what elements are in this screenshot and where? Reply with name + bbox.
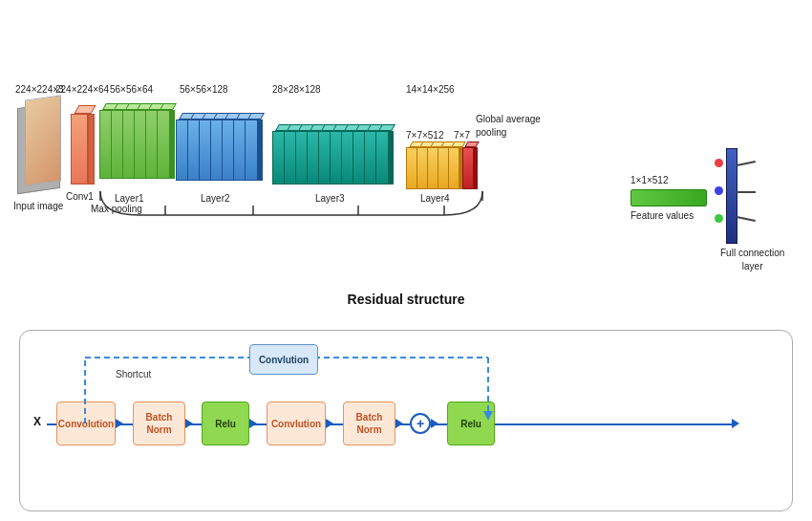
dims-front-label: 224×224×64 xyxy=(55,84,109,95)
layer2-dims2: 28×28×128 xyxy=(272,84,321,95)
feature-label: Feature values xyxy=(630,210,694,221)
brace-svg xyxy=(91,186,492,225)
arrow6-head xyxy=(431,419,438,428)
residual-structure-label: Residual structure xyxy=(348,292,465,307)
main-arrowhead xyxy=(732,419,739,428)
fc-block xyxy=(726,148,737,244)
layer4-dims2: 7×7 xyxy=(454,130,470,141)
feature-dims: 1×1×512 xyxy=(630,175,669,185)
input-image-front xyxy=(25,95,61,185)
batchnorm1-box: Batch Norm xyxy=(133,402,185,445)
relu1-box: Relu xyxy=(202,402,249,445)
layer4-dims: 7×7×512 xyxy=(406,130,444,141)
relu2-label: Relu xyxy=(460,418,481,430)
relu1-label: Relu xyxy=(215,418,236,430)
conv1-label: Conv1 xyxy=(66,191,94,202)
relu2-box: Relu xyxy=(447,402,495,445)
global-avg-label: Global averagepooling xyxy=(476,113,541,140)
x-label: X xyxy=(33,415,41,428)
layer1-dims: 56×56×64 xyxy=(110,84,153,95)
neural-network-diagram: 224×224×3 224×224×64 Conv1 Max pooling 5… xyxy=(0,0,812,325)
arrow1-head xyxy=(116,419,123,428)
convlution-top-box: Convlution xyxy=(249,344,318,375)
convlution2-label: Convlution xyxy=(271,418,321,430)
convlution-top-label: Convlution xyxy=(259,354,309,366)
convolution1-label: Convolution xyxy=(58,418,114,430)
convlution2-box: Convlution xyxy=(267,402,326,445)
shortcut-label: Shortcut xyxy=(116,369,151,380)
plus-circle: + xyxy=(410,413,431,434)
convolution1-box: Convolution xyxy=(56,402,116,445)
batchnorm2-box: Batch Norm xyxy=(343,402,395,445)
layer2-dims: 56×56×128 xyxy=(180,84,228,95)
batchnorm1-label: Batch Norm xyxy=(146,411,173,436)
input-image-label: Input image xyxy=(13,201,63,211)
arrow5-head xyxy=(395,419,403,428)
batchnorm2-label: Batch Norm xyxy=(356,411,383,436)
arrow4-head xyxy=(326,419,333,428)
feature-bar xyxy=(630,189,707,206)
arrow3-head xyxy=(249,419,257,428)
layer3-dims: 14×14×256 xyxy=(406,84,455,95)
fc-label: Full connectionlayer xyxy=(720,247,784,273)
arrow2-head xyxy=(185,419,193,428)
residual-structure-diagram: X Convolution Batch Norm Relu Convlution… xyxy=(19,330,793,511)
